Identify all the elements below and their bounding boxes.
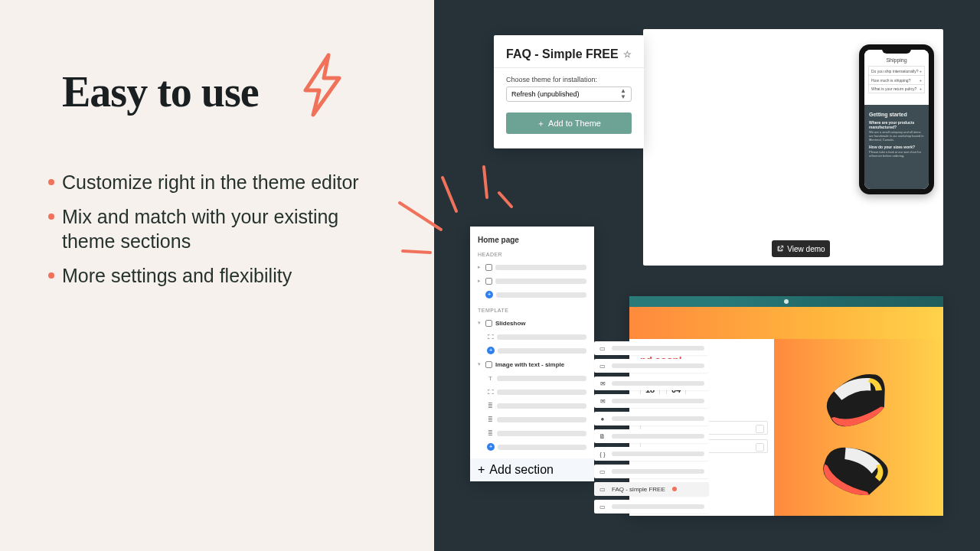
store-nav bbox=[629, 296, 943, 307]
store-hero bbox=[629, 307, 943, 339]
section-option[interactable]: ▭ bbox=[594, 359, 709, 373]
section-icon bbox=[485, 264, 492, 271]
section-picker: ▭ ▭ ✉ ✉ ● 🗎 { } ▭ ▭FAQ - simple FREE ▭ bbox=[594, 341, 709, 517]
bullet-item: More settings and flexibility bbox=[62, 263, 391, 289]
svg-line-2 bbox=[484, 167, 487, 197]
section-option[interactable]: ▭ bbox=[594, 500, 709, 514]
accordion-item[interactable]: Do you ship internationally?+ bbox=[868, 66, 925, 75]
add-to-theme-button[interactable]: ＋ Add to Theme bbox=[506, 112, 632, 134]
section-row[interactable]: ▸ bbox=[478, 260, 586, 274]
editor-title: Home page bbox=[478, 236, 586, 244]
plus-icon: ＋ bbox=[537, 118, 545, 129]
mail-icon: ✉ bbox=[599, 397, 606, 405]
block-row[interactable]: ≣ bbox=[478, 412, 586, 426]
slide: Easy to use Customize right in the theme… bbox=[0, 0, 980, 551]
bullet-list: Customize right in the theme editor Mix … bbox=[62, 170, 391, 297]
choose-theme-label: Choose theme for installation: bbox=[506, 76, 632, 83]
section-option[interactable]: ● bbox=[594, 412, 709, 425]
paragraph-icon: ≣ bbox=[487, 430, 494, 437]
theme-select-value: Refresh (unpublished) bbox=[511, 90, 580, 98]
faq-question: How do your sizes work? bbox=[869, 145, 924, 149]
document-icon: 🗎 bbox=[599, 432, 606, 440]
accordion-label: How much is shipping? bbox=[871, 78, 910, 83]
install-title-text: FAQ - Simple FREE bbox=[506, 47, 619, 61]
block-row[interactable]: ⛶ bbox=[478, 385, 586, 399]
editor-heading-template: TEMPLATE bbox=[478, 308, 586, 313]
plus-circle-icon: + bbox=[478, 463, 485, 477]
accordion-item[interactable]: What is your return policy?+ bbox=[868, 84, 925, 93]
section-option[interactable]: { } bbox=[594, 447, 709, 461]
image-icon bbox=[485, 320, 492, 327]
chevron-right-icon: ▸ bbox=[478, 278, 482, 284]
plus-icon: + bbox=[920, 86, 922, 91]
paragraph-icon: ≣ bbox=[487, 403, 494, 409]
section-option[interactable]: ✉ bbox=[594, 377, 709, 390]
section-label: Image with text - simple bbox=[495, 361, 564, 368]
section-option[interactable]: ▭ bbox=[594, 465, 709, 478]
section-option-label: FAQ - simple FREE bbox=[612, 486, 665, 493]
chevron-down-icon: ▾ bbox=[478, 320, 482, 326]
block-row[interactable]: ≣ bbox=[478, 399, 586, 412]
layout-icon: ▭ bbox=[599, 468, 606, 475]
accordion-item[interactable]: How much is shipping?+ bbox=[868, 75, 925, 84]
mail-icon: ✉ bbox=[599, 380, 606, 387]
section-label: Slideshow bbox=[495, 320, 526, 327]
add-block-row[interactable]: + bbox=[478, 440, 586, 454]
view-demo-label: View demo bbox=[787, 245, 825, 253]
faq-answer: Please take a look at our size chart for… bbox=[869, 150, 924, 158]
add-block-row[interactable]: + bbox=[478, 288, 586, 302]
avatar-icon bbox=[784, 299, 789, 304]
star-icon[interactable]: ☆ bbox=[623, 49, 632, 60]
view-demo-button[interactable]: View demo bbox=[772, 240, 830, 257]
crop-icon: ⛶ bbox=[487, 334, 494, 341]
section-row-image-text[interactable]: ▾Image with text - simple bbox=[478, 357, 586, 371]
external-link-icon bbox=[776, 245, 784, 253]
section-option[interactable]: ✉ bbox=[594, 394, 709, 408]
code-icon: { } bbox=[599, 450, 606, 458]
section-option-faq[interactable]: ▭FAQ - simple FREE bbox=[594, 482, 709, 496]
product-image bbox=[774, 339, 943, 516]
layout-icon: ▭ bbox=[599, 503, 606, 510]
layout-icon: ▭ bbox=[599, 362, 606, 370]
section-option[interactable]: 🗎 bbox=[594, 429, 709, 443]
accordion-label: What is your return policy? bbox=[871, 86, 916, 91]
section-icon bbox=[485, 278, 492, 285]
section-option[interactable]: ▭ bbox=[594, 341, 709, 355]
install-title: FAQ - Simple FREE ☆ bbox=[506, 47, 632, 61]
plus-icon: + bbox=[920, 69, 922, 73]
block-row[interactable]: ⛶ bbox=[478, 330, 586, 344]
svg-line-3 bbox=[499, 193, 511, 207]
bullet-item: Mix and match with your existing theme s… bbox=[62, 204, 391, 254]
chevron-right-icon: ▸ bbox=[478, 264, 482, 270]
phone-mockup: Shipping Do you ship internationally?+ H… bbox=[859, 44, 934, 194]
paragraph-icon: ≣ bbox=[487, 416, 494, 423]
section-row-slideshow[interactable]: ▾Slideshow bbox=[478, 316, 586, 330]
badge-dot-icon bbox=[672, 487, 677, 491]
plus-icon: + bbox=[920, 78, 922, 83]
block-row[interactable]: ≣ bbox=[478, 426, 586, 440]
play-icon: ● bbox=[599, 415, 606, 422]
bolt-icon bbox=[295, 51, 348, 122]
theme-select[interactable]: Refresh (unpublished) ▲▼ bbox=[506, 86, 632, 102]
plus-circle-icon: + bbox=[487, 443, 495, 451]
add-section-label: Add section bbox=[489, 463, 554, 477]
add-block-row[interactable]: + bbox=[478, 344, 586, 357]
svg-line-1 bbox=[443, 178, 456, 211]
left-pane: Easy to use Customize right in the theme… bbox=[0, 0, 434, 551]
svg-line-0 bbox=[400, 203, 441, 230]
add-to-theme-label: Add to Theme bbox=[548, 119, 601, 128]
headline: Easy to use bbox=[62, 67, 259, 116]
svg-line-4 bbox=[403, 251, 430, 253]
faq-answer: We are a small company and all items are… bbox=[869, 130, 924, 142]
faq-question: Where are your products manufactured? bbox=[869, 120, 924, 129]
editor-heading-header: HEADER bbox=[478, 252, 586, 257]
accordion-label: Do you ship internationally? bbox=[871, 69, 918, 73]
image-icon bbox=[485, 361, 492, 368]
block-row[interactable]: T bbox=[478, 371, 586, 385]
theme-editor-panel: Home page HEADER ▸ ▸ + TEMPLATE ▾Slidesh… bbox=[470, 227, 594, 481]
add-section-button[interactable]: + Add section bbox=[470, 458, 594, 481]
section-row[interactable]: ▸ bbox=[478, 274, 586, 288]
plus-circle-icon: + bbox=[487, 347, 495, 354]
crop-icon: ⛶ bbox=[487, 389, 494, 396]
install-card: FAQ - Simple FREE ☆ Choose theme for ins… bbox=[494, 35, 644, 148]
